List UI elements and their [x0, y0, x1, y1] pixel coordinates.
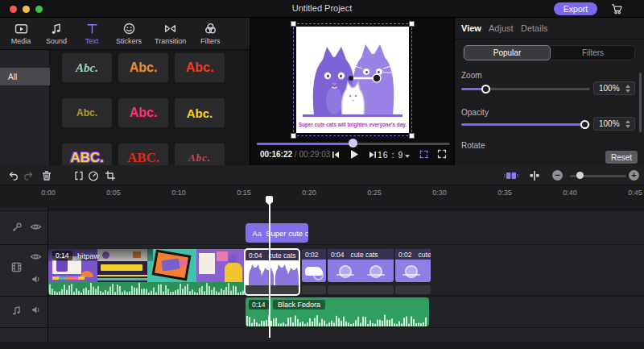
resize-handle-ne[interactable]	[409, 21, 415, 27]
timeline-zoom-out-button[interactable]: −	[552, 170, 563, 181]
timeline-zoom-slider-handle[interactable]	[576, 172, 584, 179]
stepper-arrows-icon[interactable]	[625, 120, 630, 128]
zoom-label: Zoom	[461, 71, 482, 80]
aspect-ratio-selector[interactable]: 16 : 9	[378, 150, 403, 160]
resize-handle-se[interactable]	[409, 133, 415, 139]
clip-duration-badge: 0:04	[249, 251, 262, 260]
segment-popular[interactable]: Popular	[464, 45, 551, 60]
timeline-toolbar: − +	[0, 165, 644, 185]
text-style-thumbnail[interactable]: Abc.	[62, 53, 112, 82]
inspector-tab-details[interactable]: Details	[521, 23, 548, 33]
clip-duration-badge: 0:14	[249, 300, 269, 310]
playback-progress-handle[interactable]	[349, 139, 357, 147]
fit-timeline-icon[interactable]	[503, 168, 519, 184]
text-style-thumbnail[interactable]: Abc.	[118, 98, 168, 127]
opacity-slider-handle[interactable]	[580, 120, 589, 129]
clip-label: cute cats	[419, 251, 431, 259]
playhead-line[interactable]	[269, 196, 270, 338]
selection-bounding-box[interactable]	[293, 23, 412, 136]
text-clip-label: Super cute cats	[266, 229, 308, 238]
redo-button[interactable]	[21, 168, 37, 184]
stepper-arrows-icon[interactable]	[625, 85, 630, 93]
opacity-value-stepper[interactable]: 100%	[593, 117, 635, 131]
audio-clip-black-fedora[interactable]: 0:14 Black Fedora	[246, 297, 429, 326]
inspector-tab-adjust[interactable]: Adjust	[489, 23, 514, 33]
tab-stickers[interactable]: Stickers	[109, 18, 148, 50]
opacity-slider-fill	[461, 123, 585, 126]
app-window: Untitled Project Export Media Sound Text…	[0, 0, 644, 349]
timeline-zoom-in-button[interactable]: +	[629, 170, 639, 181]
zoom-value: 100%	[599, 84, 620, 93]
video-clip-hitpaw[interactable]: 0:14 hitpaw	[48, 249, 246, 282]
preview-panel: Super cute cats will brighten everyone's…	[250, 18, 455, 165]
split-clip-button[interactable]	[71, 168, 87, 184]
reset-button[interactable]: Reset	[605, 151, 638, 164]
tab-sound[interactable]: Sound	[39, 18, 74, 50]
ruler-time-label: 0:15	[237, 189, 251, 197]
text-style-sample: Abc.	[76, 61, 98, 75]
speed-button[interactable]	[85, 168, 101, 184]
zoom-value-stepper[interactable]: 100%	[593, 81, 635, 95]
category-all[interactable]: All	[0, 68, 50, 85]
ruler-time-label: 0:20	[302, 189, 316, 197]
video-clip-5[interactable]: 0:02cute cats	[395, 249, 431, 282]
audio-track-mute-icon[interactable]	[31, 305, 41, 315]
window-title: Untitled Project	[0, 3, 644, 13]
fullscreen-button[interactable]	[437, 149, 447, 159]
ruler-time-label: 0:25	[367, 189, 382, 197]
tab-text[interactable]: Text	[74, 18, 109, 50]
text-track-visibility-icon[interactable]	[30, 222, 42, 232]
video-clip-4[interactable]: 0:04cute cats	[328, 249, 394, 282]
text-style-thumbnail[interactable]: Abc.	[175, 53, 225, 82]
inspector-scrollbar[interactable]	[639, 73, 642, 132]
preset-segmented-control: Popular Filters	[463, 45, 635, 60]
ruler-time-label: 0:40	[563, 189, 577, 197]
crop-clip-button[interactable]	[102, 168, 118, 184]
undo-button[interactable]	[5, 168, 21, 184]
opacity-label: Opacity	[461, 108, 489, 117]
video-track-visibility-icon[interactable]	[30, 251, 42, 262]
play-button[interactable]	[349, 148, 360, 160]
empty-track-lane	[0, 328, 644, 342]
text-clip[interactable]: Aa Super cute cats	[246, 223, 308, 243]
chevron-down-icon[interactable]	[405, 155, 410, 158]
video-track-mute-icon[interactable]	[31, 274, 41, 285]
tab-stickers-label: Stickers	[116, 37, 142, 45]
resize-handle-nw[interactable]	[291, 21, 296, 27]
ruler-time-label: 0:00	[41, 189, 56, 197]
add-marker-icon[interactable]	[526, 168, 543, 184]
tab-transition-label: Transition	[155, 37, 186, 45]
clip-thumbnail	[246, 260, 299, 285]
tab-text-label: Text	[85, 37, 99, 45]
text-track-pin-icon[interactable]	[11, 222, 23, 233]
ruler-time-label: 0:35	[497, 189, 512, 197]
tab-filters-label: Filters	[200, 37, 221, 45]
timeline-ruler[interactable]: 0:000:050:100:150:200:250:300:350:400:45	[0, 185, 644, 208]
clip-duration-badge: 0:04	[331, 251, 345, 259]
zoom-slider-handle[interactable]	[481, 85, 490, 93]
title-bar: Untitled Project Export	[0, 0, 644, 18]
next-frame-button[interactable]	[368, 150, 378, 160]
inspector-tab-view[interactable]: View	[461, 23, 481, 33]
resize-handle-sw[interactable]	[291, 133, 296, 139]
text-style-thumbnail[interactable]: Abc.	[118, 53, 168, 82]
export-button[interactable]: Export	[554, 2, 597, 15]
text-style-thumbnail[interactable]: Abc.	[62, 98, 112, 127]
video-clip-cute-cats-selected[interactable]: 0:04 cute cats	[244, 248, 300, 296]
ruler-time-label: 0:30	[432, 189, 447, 197]
tab-filters[interactable]: Filters	[192, 18, 228, 50]
crop-frame-button[interactable]	[419, 149, 429, 160]
text-track-lane	[0, 211, 644, 244]
tab-transition[interactable]: Transition	[148, 18, 192, 50]
previous-frame-button[interactable]	[331, 150, 341, 160]
tab-media[interactable]: Media	[3, 18, 39, 50]
ruler-time-label: 0:10	[171, 189, 186, 197]
video-clip-3[interactable]: 0:02	[302, 249, 326, 282]
cart-icon[interactable]	[611, 3, 623, 15]
segment-filters[interactable]: Filters	[551, 46, 635, 60]
opacity-value: 100%	[599, 119, 620, 128]
delete-button[interactable]	[39, 168, 55, 184]
text-style-thumbnail[interactable]: Abc.	[175, 98, 225, 127]
clip-duration-badge: 0:02	[398, 251, 412, 259]
track-header-column	[0, 208, 48, 342]
